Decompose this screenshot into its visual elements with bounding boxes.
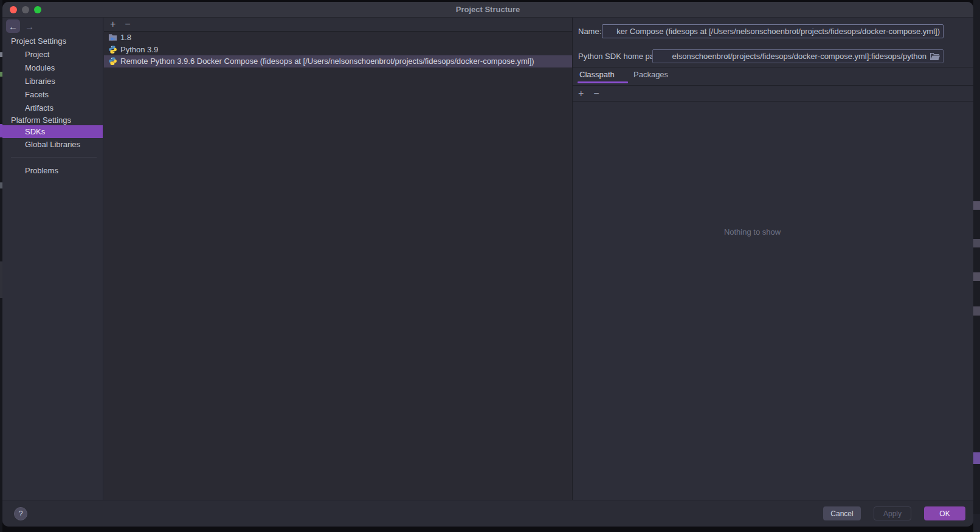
sdk-list-label: Python 3.9: [120, 45, 158, 54]
sdk-details-panel: Name: ker Compose (fidesops at [/Users/n…: [572, 18, 973, 500]
sidebar-item-global-libraries[interactable]: Global Libraries: [2, 138, 103, 151]
sidebar-section-platform-settings: Platform Settings: [2, 114, 103, 126]
help-button[interactable]: ?: [14, 507, 27, 520]
footer-buttons: Cancel Apply OK: [823, 506, 965, 520]
ok-button[interactable]: OK: [924, 506, 965, 520]
sdk-list-row-python39[interactable]: Python 3.9: [104, 44, 572, 56]
sidebar-section-project-settings: Project Settings: [2, 35, 103, 47]
background-fragment: [973, 452, 980, 464]
project-structure-dialog: Project Structure ← → Project Settings P…: [2, 2, 973, 527]
home-path-field-label: Python SDK home path:: [578, 52, 663, 61]
sdk-list-label: Remote Python 3.9.6 Docker Compose (fide…: [120, 57, 534, 66]
sdk-home-path-input[interactable]: elsonschoenbrot/projects/fidesops/docker…: [652, 49, 944, 63]
sidebar-item-libraries[interactable]: Libraries: [2, 75, 103, 88]
sidebar-item-facets[interactable]: Facets: [2, 88, 103, 101]
classpath-toolbar: + −: [573, 86, 973, 101]
sidebar-item-sdks[interactable]: SDKs: [2, 125, 103, 138]
sdk-list-row-remote-python[interactable]: Remote Python 3.9.6 Docker Compose (fide…: [104, 55, 572, 67]
forward-button[interactable]: →: [22, 19, 36, 33]
dialog-body: ← → Project Settings Project Modules Lib…: [2, 18, 973, 500]
sidebar-item-artifacts[interactable]: Artifacts: [2, 102, 103, 114]
remove-classpath-button[interactable]: −: [593, 89, 599, 98]
background-fragment: [973, 239, 980, 247]
add-classpath-button[interactable]: +: [578, 89, 584, 98]
background-fragment: [973, 306, 980, 316]
cancel-button[interactable]: Cancel: [823, 506, 861, 520]
empty-list-message: Nothing to show: [573, 227, 973, 237]
sdk-list-label: 1.8: [120, 33, 131, 42]
selected-tab-underline: [578, 81, 628, 83]
python-icon: [108, 57, 117, 66]
back-button[interactable]: ←: [6, 19, 20, 33]
name-field-label: Name:: [578, 27, 601, 36]
add-sdk-button[interactable]: +: [110, 19, 116, 29]
back-arrow-icon: ←: [9, 21, 18, 32]
sidebar-separator: [11, 157, 97, 157]
folder-open-icon[interactable]: [930, 52, 940, 61]
background-fragment: [973, 514, 980, 532]
dialog-footer: ? Cancel Apply OK: [2, 500, 973, 527]
details-divider: [573, 67, 973, 67]
background-window-right-sliver: [973, 0, 980, 532]
sdk-name-value: ker Compose (fidesops at [/Users/nelsons…: [616, 27, 940, 36]
background-fragment: [973, 201, 980, 210]
sdk-home-path-value: elsonschoenbrot/projects/fidesops/docker…: [672, 52, 927, 61]
forward-arrow-icon: →: [25, 21, 34, 32]
sdk-list-toolbar: + −: [104, 18, 572, 32]
background-fragment: [973, 272, 980, 281]
history-toolbar: ← →: [2, 18, 103, 33]
remove-sdk-button[interactable]: −: [125, 19, 130, 29]
settings-sidebar: ← → Project Settings Project Modules Lib…: [2, 18, 103, 500]
python-icon: [108, 45, 117, 54]
sidebar-item-project[interactable]: Project: [2, 48, 103, 61]
apply-button: Apply: [874, 506, 911, 520]
tab-packages[interactable]: Packages: [633, 70, 668, 79]
titlebar[interactable]: Project Structure: [2, 2, 973, 18]
sdk-list-panel: + − 1.8 Python 3.9: [104, 18, 572, 500]
sidebar-item-modules[interactable]: Modules: [2, 61, 103, 74]
tab-classpath[interactable]: Classpath: [579, 70, 615, 79]
toolbar-divider: [573, 101, 973, 102]
java-sdk-icon: [108, 33, 117, 42]
question-mark-icon: ?: [18, 509, 22, 518]
sidebar-item-problems[interactable]: Problems: [2, 164, 103, 177]
sdk-name-input[interactable]: ker Compose (fidesops at [/Users/nelsons…: [602, 24, 944, 38]
sdk-list-row-jdk[interactable]: 1.8: [104, 32, 572, 44]
window-title: Project Structure: [2, 5, 973, 14]
